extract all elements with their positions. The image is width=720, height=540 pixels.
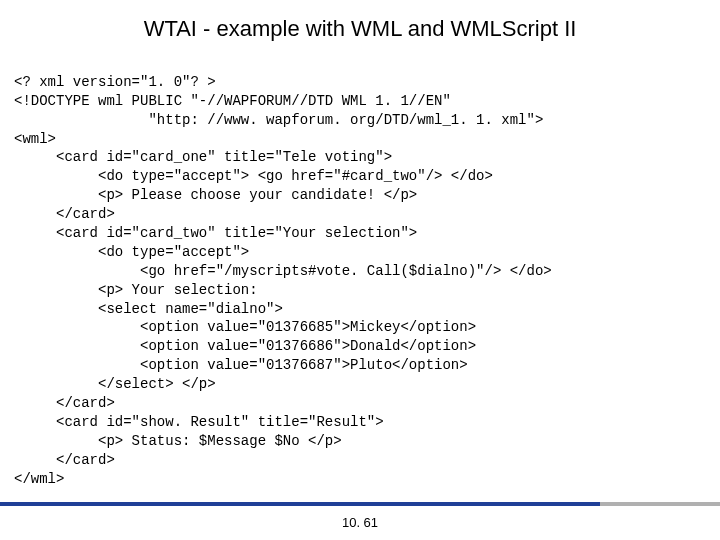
code-block: <? xml version="1. 0"? > <!DOCTYPE wml P… (0, 54, 720, 488)
code-line: <p> Your selection: (14, 282, 258, 298)
code-line: <p> Status: $Message $No </p> (14, 433, 342, 449)
code-line: <card id="show. Result" title="Result"> (14, 414, 384, 430)
slide-title: WTAI - example with WML and WMLScript II (0, 0, 720, 54)
code-line: </card> (14, 206, 115, 222)
code-line: <go href="/myscripts#vote. Call($dialno)… (14, 263, 552, 279)
code-line: <do type="accept"> <go href="#card_two"/… (14, 168, 493, 184)
code-line: <card id="card_one" title="Tele voting"> (14, 149, 392, 165)
footer-divider (0, 502, 720, 506)
code-line: <!DOCTYPE wml PUBLIC "-//WAPFORUM//DTD W… (14, 93, 451, 109)
code-line: <select name="dialno"> (14, 301, 283, 317)
code-line: <wml> (14, 131, 56, 147)
code-line: <option value="01376686">Donald</option> (14, 338, 476, 354)
code-line: <p> Please choose your candidate! </p> (14, 187, 417, 203)
code-line: <option value="01376685">Mickey</option> (14, 319, 476, 335)
code-line: <card id="card_two" title="Your selectio… (14, 225, 417, 241)
code-line: </card> (14, 452, 115, 468)
code-line: <option value="01376687">Pluto</option> (14, 357, 468, 373)
code-line: </wml> (14, 471, 64, 487)
code-line: </select> </p> (14, 376, 216, 392)
code-line: "http: //www. wapforum. org/DTD/wml_1. 1… (14, 112, 543, 128)
page-number: 10. 61 (0, 515, 720, 530)
code-line: <do type="accept"> (14, 244, 249, 260)
code-line: </card> (14, 395, 115, 411)
code-line: <? xml version="1. 0"? > (14, 74, 216, 90)
